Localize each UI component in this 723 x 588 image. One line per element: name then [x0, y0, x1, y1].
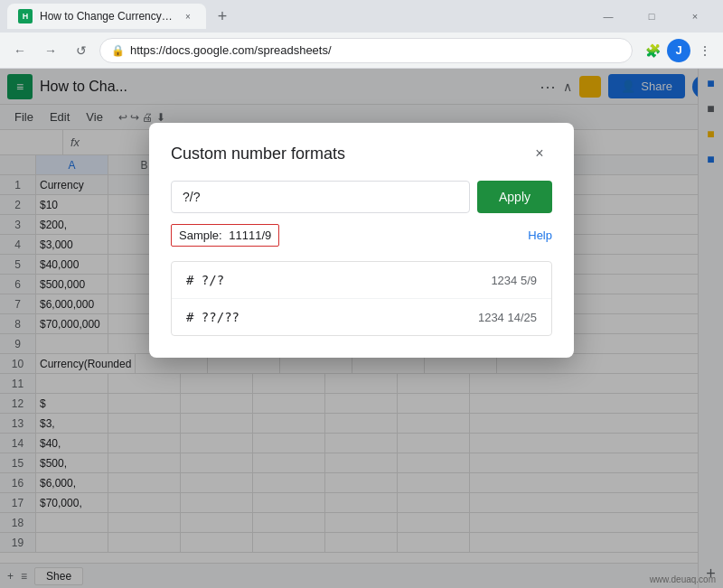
tab-title: How to Change Currency in Goo...	[40, 10, 174, 23]
minimize-button[interactable]: —	[587, 4, 629, 29]
tab-bar: H How to Change Currency in Goo... × +	[7, 4, 584, 29]
format-name: # ?/?	[186, 273, 224, 287]
custom-number-formats-dialog: Custom number formats × Apply Sample: 11…	[149, 123, 574, 358]
address-bar: ← → ↺ 🔒 https://docs.google.com/spreadsh…	[0, 33, 723, 69]
list-item[interactable]: # ?/?1234 5/9	[172, 262, 551, 299]
format-input-field[interactable]	[171, 181, 470, 213]
format-input-row: Apply	[171, 181, 552, 213]
format-example: 1234 14/25	[478, 311, 537, 324]
apply-button[interactable]: Apply	[477, 181, 552, 213]
formats-list: # ?/?1234 5/9# ??/??1234 14/25	[171, 261, 552, 336]
close-window-button[interactable]: ×	[674, 4, 716, 29]
format-name: # ??/??	[186, 310, 239, 324]
help-link[interactable]: Help	[528, 229, 552, 242]
profile-avatar[interactable]: J	[667, 39, 690, 62]
browser-window: H How to Change Currency in Goo... × + —…	[0, 0, 723, 588]
format-example: 1234 5/9	[491, 274, 537, 287]
tab-close-button[interactable]: ×	[181, 9, 195, 23]
new-tab-button[interactable]: +	[210, 4, 235, 29]
title-bar: H How to Change Currency in Goo... × + —…	[0, 0, 723, 33]
dialog-header: Custom number formats ×	[149, 123, 574, 181]
dialog-close-button[interactable]: ×	[527, 141, 552, 166]
window-controls: — □ ×	[587, 4, 716, 29]
dialog-title: Custom number formats	[171, 145, 345, 163]
maximize-button[interactable]: □	[631, 4, 672, 29]
url-bar[interactable]: 🔒 https://docs.google.com/spreadsheets/	[99, 38, 633, 63]
back-button[interactable]: ←	[7, 38, 33, 63]
sample-box: Sample: 11111/9	[171, 224, 279, 247]
forward-button[interactable]: →	[38, 38, 63, 63]
url-text: https://docs.google.com/spreadsheets/	[130, 43, 621, 57]
sample-value: 11111/9	[229, 229, 271, 242]
menu-icon[interactable]: ⋮	[694, 40, 716, 61]
list-item[interactable]: # ??/??1234 14/25	[172, 299, 551, 335]
dialog-overlay: Custom number formats × Apply Sample: 11…	[0, 69, 723, 588]
sample-label: Sample:	[179, 229, 222, 242]
sheet-container: ≡ How to Cha... ⋯ ∧ 👤 Share J File Edit …	[0, 69, 723, 588]
active-tab[interactable]: H How to Change Currency in Goo... ×	[7, 4, 206, 29]
refresh-button[interactable]: ↺	[69, 38, 94, 63]
dialog-body: Apply Sample: 11111/9 Help # ?/?1234 5/9…	[149, 181, 574, 358]
tab-favicon: H	[18, 9, 33, 23]
extension-icons: 🧩 J ⋮	[642, 39, 716, 62]
extensions-icon[interactable]: 🧩	[642, 40, 663, 61]
sample-row: Sample: 11111/9 Help	[171, 224, 552, 247]
